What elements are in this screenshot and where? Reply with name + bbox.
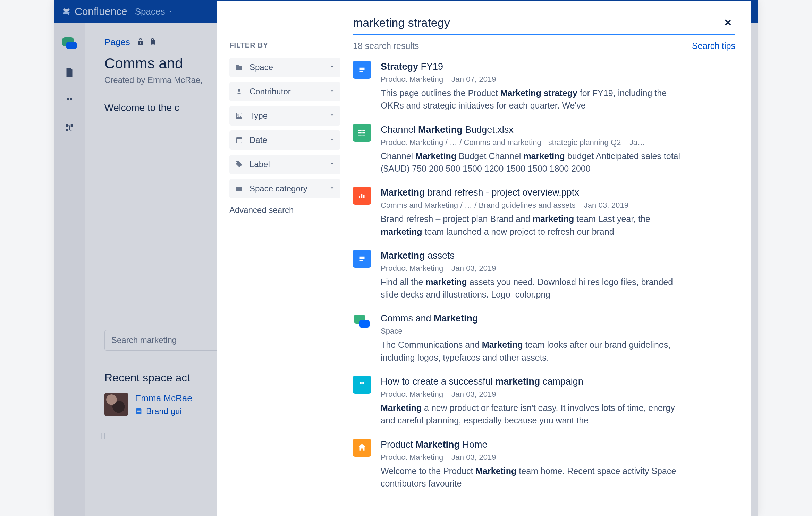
filter-date[interactable]: Date bbox=[229, 130, 340, 150]
result-title: Strategy FY19 bbox=[381, 61, 735, 73]
filter-label: Contributor bbox=[249, 87, 323, 96]
chevron-down-icon bbox=[329, 160, 336, 169]
result-title: How to create a successful marketing cam… bbox=[381, 376, 735, 388]
result-meta: Product MarketingJan 03, 2019 bbox=[381, 390, 735, 399]
svg-point-19 bbox=[237, 114, 239, 116]
search-result[interactable]: Product Marketing HomeProduct MarketingJ… bbox=[353, 439, 735, 490]
advanced-search-link[interactable]: Advanced search bbox=[229, 205, 340, 215]
filter-label: Space bbox=[249, 62, 323, 72]
tag-icon bbox=[234, 160, 244, 169]
result-meta: Product MarketingJan 07, 2019 bbox=[381, 75, 735, 84]
folder-icon bbox=[234, 63, 244, 71]
result-snippet: This page outlines the Product Marketing… bbox=[381, 87, 686, 112]
result-snippet: Marketing a new product or feature isn't… bbox=[381, 402, 686, 427]
search-result[interactable]: How to create a successful marketing cam… bbox=[353, 376, 735, 427]
search-overlay: FILTER BY SpaceContributorTypeDateLabelS… bbox=[217, 1, 751, 516]
search-result[interactable]: Marketing assetsProduct MarketingJan 03,… bbox=[353, 250, 735, 301]
result-meta: Space bbox=[381, 327, 735, 336]
sheet-icon bbox=[353, 124, 371, 142]
result-snippet: Welcome to the Product Marketing team ho… bbox=[381, 465, 686, 490]
result-meta: Comms and Marketing / … / Brand guidelin… bbox=[381, 201, 735, 210]
filter-label: Type bbox=[249, 111, 323, 121]
filter-space-category[interactable]: Space category bbox=[229, 179, 340, 198]
filter-label: Date bbox=[249, 135, 323, 145]
type-icon bbox=[234, 112, 244, 120]
search-input[interactable] bbox=[353, 14, 720, 32]
quote-icon bbox=[353, 376, 371, 394]
result-count: 18 search results bbox=[353, 41, 419, 51]
svg-rect-21 bbox=[236, 138, 242, 139]
result-title: Marketing assets bbox=[381, 250, 735, 262]
close-icon[interactable]: ✕ bbox=[720, 15, 735, 31]
search-result[interactable]: Marketing brand refresh - project overvi… bbox=[353, 187, 735, 238]
search-result[interactable]: Strategy FY19Product MarketingJan 07, 20… bbox=[353, 61, 735, 112]
pres-icon bbox=[353, 187, 371, 205]
filter-by-heading: FILTER BY bbox=[229, 41, 340, 49]
result-snippet: Channel Marketing Budget Channel marketi… bbox=[381, 150, 686, 175]
search-result[interactable]: Comms and MarketingSpaceThe Communicatio… bbox=[353, 312, 735, 364]
filter-label: Label bbox=[249, 160, 323, 169]
result-title: Comms and Marketing bbox=[381, 312, 735, 325]
search-result[interactable]: Channel Marketing Budget.xlsxProduct Mar… bbox=[353, 124, 735, 175]
result-title: Marketing brand refresh - project overvi… bbox=[381, 187, 735, 199]
chevron-down-icon bbox=[329, 87, 336, 96]
chevron-down-icon bbox=[329, 111, 336, 121]
result-snippet: Brand refresh – project plan Brand and m… bbox=[381, 213, 686, 238]
result-meta: Product MarketingJan 03, 2019 bbox=[381, 264, 735, 273]
filter-label: Space category bbox=[249, 184, 323, 194]
chevron-down-icon bbox=[329, 184, 336, 194]
result-snippet: The Communications and Marketing team lo… bbox=[381, 338, 686, 364]
search-tips-link[interactable]: Search tips bbox=[692, 41, 735, 51]
filter-contributor[interactable]: Contributor bbox=[229, 82, 340, 101]
result-snippet: Find all the marketing assets you need. … bbox=[381, 276, 686, 301]
chevron-down-icon bbox=[329, 62, 336, 72]
chevron-down-icon bbox=[329, 135, 336, 145]
space-icon bbox=[353, 312, 371, 330]
svg-point-17 bbox=[238, 89, 240, 92]
filter-type[interactable]: Type bbox=[229, 106, 340, 126]
result-title: Channel Marketing Budget.xlsx bbox=[381, 124, 735, 136]
result-meta: Product Marketing / … / Comms and market… bbox=[381, 138, 735, 147]
page-icon bbox=[353, 250, 371, 268]
date-icon bbox=[234, 136, 244, 144]
filter-space[interactable]: Space bbox=[229, 58, 340, 77]
result-meta: Product MarketingJan 03, 2019 bbox=[381, 453, 735, 462]
home-icon bbox=[353, 439, 371, 457]
cat-icon bbox=[234, 184, 244, 193]
result-title: Product Marketing Home bbox=[381, 439, 735, 451]
person-icon bbox=[234, 87, 244, 96]
page-icon bbox=[353, 61, 371, 79]
filter-label[interactable]: Label bbox=[229, 155, 340, 174]
